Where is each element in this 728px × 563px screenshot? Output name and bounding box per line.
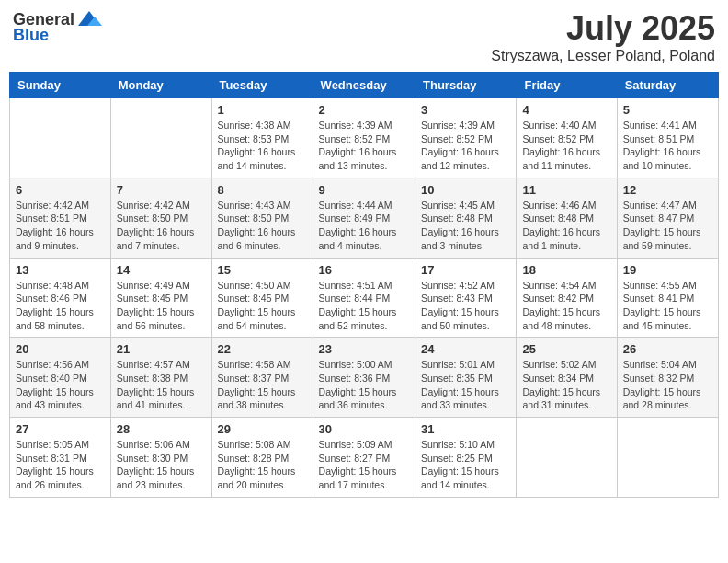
calendar-week-5: 27Sunrise: 5:05 AM Sunset: 8:31 PM Dayli… [10, 418, 719, 498]
day-info: Sunrise: 5:06 AM Sunset: 8:30 PM Dayligh… [117, 438, 206, 492]
day-number: 17 [421, 263, 510, 277]
day-info: Sunrise: 5:01 AM Sunset: 8:35 PM Dayligh… [421, 358, 510, 412]
calendar-cell: 15Sunrise: 4:50 AM Sunset: 8:45 PM Dayli… [211, 258, 313, 338]
day-info: Sunrise: 4:54 AM Sunset: 8:42 PM Dayligh… [522, 279, 610, 333]
day-info: Sunrise: 4:39 AM Sunset: 8:52 PM Dayligh… [319, 119, 409, 173]
logo-icon [76, 9, 102, 29]
main-title: July 2025 [491, 9, 715, 48]
calendar-cell: 29Sunrise: 5:08 AM Sunset: 8:28 PM Dayli… [211, 418, 313, 498]
day-info: Sunrise: 4:56 AM Sunset: 8:40 PM Dayligh… [16, 358, 105, 412]
calendar-cell: 9Sunrise: 4:44 AM Sunset: 8:49 PM Daylig… [313, 178, 415, 258]
calendar-cell: 8Sunrise: 4:43 AM Sunset: 8:50 PM Daylig… [211, 178, 313, 258]
day-info: Sunrise: 5:00 AM Sunset: 8:36 PM Dayligh… [319, 358, 409, 412]
logo-blue: Blue [13, 26, 49, 45]
day-info: Sunrise: 4:50 AM Sunset: 8:45 PM Dayligh… [218, 279, 307, 333]
day-number: 16 [319, 263, 409, 277]
day-number: 2 [319, 103, 409, 117]
calendar-cell: 4Sunrise: 4:40 AM Sunset: 8:52 PM Daylig… [517, 98, 617, 178]
calendar-cell: 5Sunrise: 4:41 AM Sunset: 8:51 PM Daylig… [617, 98, 718, 178]
day-number: 27 [16, 422, 105, 436]
day-info: Sunrise: 4:52 AM Sunset: 8:43 PM Dayligh… [421, 279, 510, 333]
day-number: 31 [421, 422, 510, 436]
day-info: Sunrise: 4:58 AM Sunset: 8:37 PM Dayligh… [218, 358, 307, 412]
day-number: 12 [623, 183, 712, 197]
day-number: 5 [623, 103, 712, 117]
day-number: 15 [218, 263, 307, 277]
day-number: 4 [522, 103, 610, 117]
calendar-cell: 25Sunrise: 5:02 AM Sunset: 8:34 PM Dayli… [517, 338, 617, 418]
day-number: 6 [16, 183, 105, 197]
day-number: 19 [623, 263, 712, 277]
day-number: 30 [319, 422, 409, 436]
calendar-cell: 30Sunrise: 5:09 AM Sunset: 8:27 PM Dayli… [313, 418, 415, 498]
day-number: 1 [218, 103, 307, 117]
day-info: Sunrise: 5:08 AM Sunset: 8:28 PM Dayligh… [218, 438, 307, 492]
calendar-table: SundayMondayTuesdayWednesdayThursdayFrid… [9, 72, 719, 498]
logo: General Blue [13, 9, 102, 45]
calendar-cell: 28Sunrise: 5:06 AM Sunset: 8:30 PM Dayli… [110, 418, 211, 498]
calendar-cell: 11Sunrise: 4:46 AM Sunset: 8:48 PM Dayli… [517, 178, 617, 258]
calendar-header-sunday: Sunday [10, 73, 111, 98]
calendar-cell: 21Sunrise: 4:57 AM Sunset: 8:38 PM Dayli… [110, 338, 211, 418]
day-number: 23 [319, 342, 409, 356]
day-number: 22 [218, 342, 307, 356]
day-number: 24 [421, 342, 510, 356]
calendar-cell: 14Sunrise: 4:49 AM Sunset: 8:45 PM Dayli… [110, 258, 211, 338]
calendar-week-2: 6Sunrise: 4:42 AM Sunset: 8:51 PM Daylig… [10, 178, 719, 258]
day-number: 26 [623, 342, 712, 356]
calendar-cell: 22Sunrise: 4:58 AM Sunset: 8:37 PM Dayli… [211, 338, 313, 418]
day-info: Sunrise: 4:55 AM Sunset: 8:41 PM Dayligh… [623, 279, 712, 333]
calendar-cell: 13Sunrise: 4:48 AM Sunset: 8:46 PM Dayli… [10, 258, 111, 338]
calendar-cell: 18Sunrise: 4:54 AM Sunset: 8:42 PM Dayli… [517, 258, 617, 338]
day-info: Sunrise: 4:45 AM Sunset: 8:48 PM Dayligh… [421, 199, 510, 253]
day-info: Sunrise: 4:47 AM Sunset: 8:47 PM Dayligh… [623, 199, 712, 253]
calendar-week-1: 1Sunrise: 4:38 AM Sunset: 8:53 PM Daylig… [10, 98, 719, 178]
calendar-cell: 20Sunrise: 4:56 AM Sunset: 8:40 PM Dayli… [10, 338, 111, 418]
day-info: Sunrise: 4:43 AM Sunset: 8:50 PM Dayligh… [218, 199, 307, 253]
day-number: 9 [319, 183, 409, 197]
day-info: Sunrise: 4:57 AM Sunset: 8:38 PM Dayligh… [117, 358, 206, 412]
calendar-cell: 6Sunrise: 4:42 AM Sunset: 8:51 PM Daylig… [10, 178, 111, 258]
day-number: 29 [218, 422, 307, 436]
title-section: July 2025 Stryszawa, Lesser Poland, Pola… [491, 9, 715, 64]
calendar-cell [617, 418, 718, 498]
day-info: Sunrise: 4:49 AM Sunset: 8:45 PM Dayligh… [117, 279, 206, 333]
day-info: Sunrise: 4:46 AM Sunset: 8:48 PM Dayligh… [522, 199, 610, 253]
day-info: Sunrise: 4:38 AM Sunset: 8:53 PM Dayligh… [218, 119, 307, 173]
calendar-cell: 3Sunrise: 4:39 AM Sunset: 8:52 PM Daylig… [415, 98, 517, 178]
calendar-week-4: 20Sunrise: 4:56 AM Sunset: 8:40 PM Dayli… [10, 338, 719, 418]
day-number: 3 [421, 103, 510, 117]
calendar-header-friday: Friday [517, 73, 617, 98]
calendar-cell: 23Sunrise: 5:00 AM Sunset: 8:36 PM Dayli… [313, 338, 415, 418]
calendar-cell: 12Sunrise: 4:47 AM Sunset: 8:47 PM Dayli… [617, 178, 718, 258]
calendar-header-tuesday: Tuesday [211, 73, 313, 98]
day-info: Sunrise: 4:42 AM Sunset: 8:51 PM Dayligh… [16, 199, 105, 253]
calendar-week-3: 13Sunrise: 4:48 AM Sunset: 8:46 PM Dayli… [10, 258, 719, 338]
day-number: 25 [522, 342, 610, 356]
day-info: Sunrise: 4:42 AM Sunset: 8:50 PM Dayligh… [117, 199, 206, 253]
calendar-cell: 1Sunrise: 4:38 AM Sunset: 8:53 PM Daylig… [211, 98, 313, 178]
calendar-header-wednesday: Wednesday [313, 73, 415, 98]
day-number: 20 [16, 342, 105, 356]
calendar-cell: 27Sunrise: 5:05 AM Sunset: 8:31 PM Dayli… [10, 418, 111, 498]
day-number: 21 [117, 342, 206, 356]
day-info: Sunrise: 5:02 AM Sunset: 8:34 PM Dayligh… [522, 358, 610, 412]
calendar-cell: 24Sunrise: 5:01 AM Sunset: 8:35 PM Dayli… [415, 338, 517, 418]
day-number: 28 [117, 422, 206, 436]
calendar-cell: 2Sunrise: 4:39 AM Sunset: 8:52 PM Daylig… [313, 98, 415, 178]
day-info: Sunrise: 5:05 AM Sunset: 8:31 PM Dayligh… [16, 438, 105, 492]
day-number: 10 [421, 183, 510, 197]
day-number: 18 [522, 263, 610, 277]
calendar-header-row: SundayMondayTuesdayWednesdayThursdayFrid… [10, 73, 719, 98]
calendar-header-thursday: Thursday [415, 73, 517, 98]
day-info: Sunrise: 5:09 AM Sunset: 8:27 PM Dayligh… [319, 438, 409, 492]
day-info: Sunrise: 4:41 AM Sunset: 8:51 PM Dayligh… [623, 119, 712, 173]
calendar-cell: 10Sunrise: 4:45 AM Sunset: 8:48 PM Dayli… [415, 178, 517, 258]
calendar-cell: 31Sunrise: 5:10 AM Sunset: 8:25 PM Dayli… [415, 418, 517, 498]
day-number: 14 [117, 263, 206, 277]
day-info: Sunrise: 4:39 AM Sunset: 8:52 PM Dayligh… [421, 119, 510, 173]
day-number: 7 [117, 183, 206, 197]
calendar-header-monday: Monday [110, 73, 211, 98]
day-number: 8 [218, 183, 307, 197]
day-info: Sunrise: 4:40 AM Sunset: 8:52 PM Dayligh… [522, 119, 610, 173]
